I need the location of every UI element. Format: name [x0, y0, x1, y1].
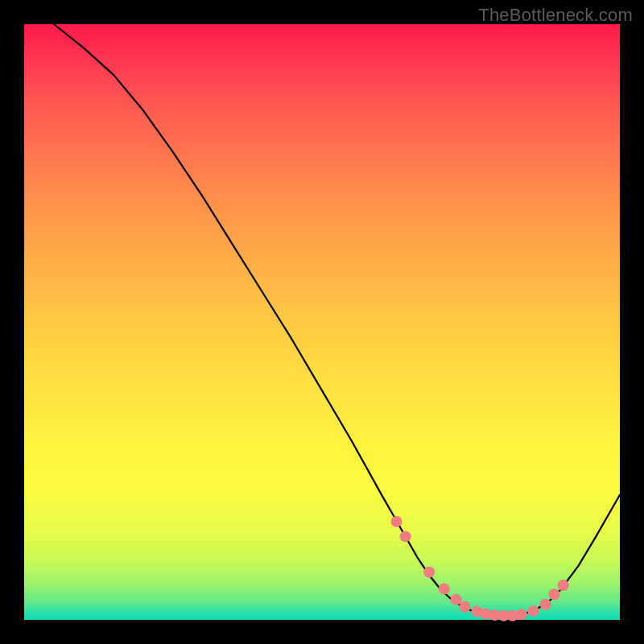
marker-dot — [451, 594, 462, 605]
marker-dot — [558, 580, 569, 591]
marker-dot — [460, 601, 471, 613]
highlight-markers — [391, 516, 569, 621]
marker-dot — [391, 516, 402, 527]
bottleneck-curve — [54, 24, 620, 617]
chart-frame: TheBottleneck.com — [0, 0, 644, 644]
marker-dot — [400, 530, 411, 542]
plot-area — [24, 24, 620, 620]
chart-svg — [24, 24, 620, 620]
marker-dot — [516, 609, 527, 620]
marker-dot — [528, 605, 539, 617]
marker-dot — [549, 588, 560, 600]
watermark-text: TheBottleneck.com — [478, 5, 633, 26]
marker-dot — [540, 599, 551, 610]
marker-dot — [423, 567, 435, 578]
marker-dot — [439, 584, 450, 595]
